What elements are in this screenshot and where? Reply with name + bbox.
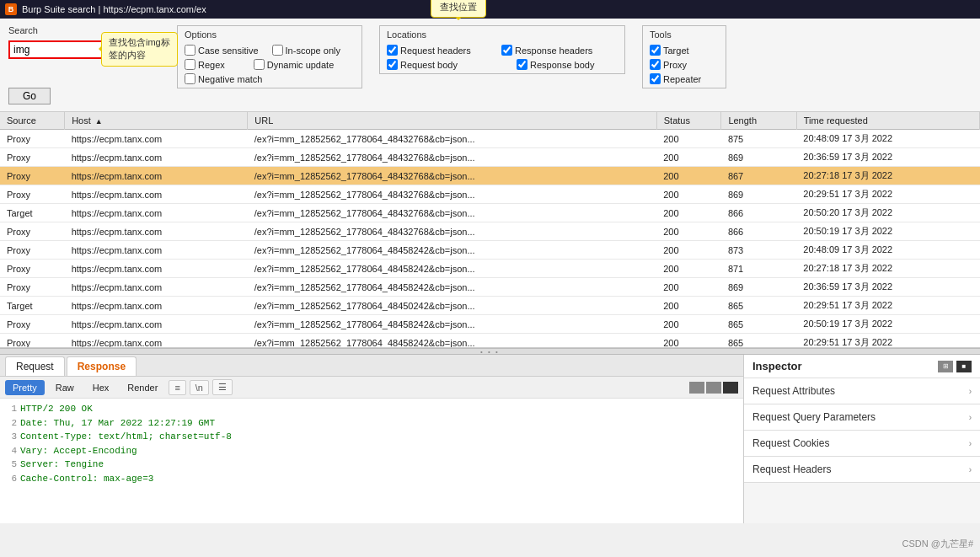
table-row[interactable]: Proxy https://ecpm.tanx.com /ex?i=mm_128…	[0, 260, 980, 278]
cell-url: /ex?i=mm_12852562_1778064_48450242&cb=js…	[248, 297, 656, 315]
option-inscope-checkbox[interactable]	[272, 45, 283, 56]
response-line: 2Date: Thu, 17 Mar 2022 12:27:19 GMT	[5, 416, 738, 431]
cell-status: 200	[656, 204, 721, 222]
option-regex-checkbox[interactable]	[185, 59, 195, 70]
cell-url: /ex?i=mm_12852562_1778064_48432768&cb=js…	[248, 204, 656, 222]
option-case-sensitive-checkbox[interactable]	[185, 45, 195, 56]
option-dynamic-update[interactable]: Dynamic update	[254, 59, 335, 70]
inspector-section-item[interactable]: Request Query Parameters›	[744, 404, 980, 431]
location-res-body-checkbox[interactable]	[517, 59, 527, 70]
inspector-section-item[interactable]: Request Attributes›	[744, 378, 980, 404]
go-button[interactable]: Go	[8, 88, 51, 104]
table-row[interactable]: Proxy https://ecpm.tanx.com /ex?i=mm_128…	[0, 185, 980, 204]
option-negative-match[interactable]: Negative match	[185, 73, 262, 84]
view-horizontal-btn[interactable]	[706, 382, 721, 394]
line-text: HTTP/2 200 OK	[20, 404, 93, 414]
cell-length: 867	[721, 167, 796, 185]
response-line: 4Vary: Accept-Encoding	[5, 444, 738, 458]
inspector-split-btn[interactable]: ⊞	[938, 361, 953, 372]
cell-status: 200	[656, 130, 721, 148]
divider-handle[interactable]: • • •	[0, 348, 980, 355]
line-text: Vary: Accept-Encoding	[20, 446, 137, 456]
table-row[interactable]: Proxy https://ecpm.tanx.com /ex?i=mm_128…	[0, 130, 980, 148]
location-response-headers[interactable]: Response headers	[501, 45, 602, 56]
table-row[interactable]: Proxy https://ecpm.tanx.com /ex?i=mm_128…	[0, 315, 980, 334]
table-row[interactable]: Proxy https://ecpm.tanx.com /ex?i=mm_128…	[0, 278, 980, 297]
location-request-headers[interactable]: Request headers	[387, 45, 488, 56]
tool-target-checkbox[interactable]	[650, 45, 661, 56]
format-icon-lines[interactable]: ≡	[169, 380, 185, 395]
col-header-time[interactable]: Time requested	[796, 112, 979, 130]
cell-time: 20:27:18 17 3月 2022	[796, 260, 979, 278]
cell-length: 869	[721, 148, 796, 167]
table-row[interactable]: Proxy https://ecpm.tanx.com /ex?i=mm_128…	[0, 148, 980, 167]
location-req-body-checkbox[interactable]	[387, 59, 398, 70]
inspector-section-label: Request Headers	[752, 463, 831, 475]
tab-request[interactable]: Request	[5, 356, 65, 376]
cell-time: 20:48:09 17 3月 2022	[796, 241, 979, 260]
cell-length: 875	[721, 130, 796, 148]
cell-source: Proxy	[0, 148, 65, 167]
location-response-body[interactable]: Response body	[517, 59, 618, 70]
format-pretty[interactable]: Pretty	[5, 380, 45, 395]
search-annotation: 查找包含img标签的内容	[101, 32, 178, 67]
line-text: Cache-Control: max-age=3	[20, 474, 153, 484]
format-hex[interactable]: Hex	[85, 380, 117, 395]
cell-source: Proxy	[0, 260, 65, 278]
cell-url: /ex?i=mm_12852562_1778064_48458242&cb=js…	[248, 241, 656, 260]
line-number: 5	[5, 458, 17, 472]
cell-time: 20:36:59 17 3月 2022	[796, 278, 979, 297]
cell-host: https://ecpm.tanx.com	[65, 334, 248, 349]
tool-proxy-checkbox[interactable]	[650, 59, 661, 70]
table-row[interactable]: Proxy https://ecpm.tanx.com /ex?i=mm_128…	[0, 167, 980, 185]
cell-time: 20:27:18 17 3月 2022	[796, 167, 979, 185]
location-res-headers-checkbox[interactable]	[501, 45, 512, 56]
col-header-url[interactable]: URL	[248, 112, 656, 130]
format-icon-menu[interactable]: ☰	[212, 379, 233, 395]
format-raw[interactable]: Raw	[48, 380, 82, 395]
view-single-btn[interactable]	[723, 382, 738, 394]
table-row[interactable]: Target https://ecpm.tanx.com /ex?i=mm_12…	[0, 204, 980, 222]
cell-url: /ex?i=mm_12852562_1778064_48458242&cb=js…	[248, 278, 656, 297]
option-inscope-only[interactable]: In-scope only	[272, 45, 340, 56]
inspector-section-item[interactable]: Request Cookies›	[744, 431, 980, 457]
format-icon-slash-n[interactable]: \n	[190, 380, 209, 395]
col-header-length[interactable]: Length	[721, 112, 796, 130]
col-header-host[interactable]: Host ▲	[65, 112, 248, 130]
col-header-source[interactable]: Source	[0, 112, 65, 130]
bottom-panel: Request Response Pretty Raw Hex Render ≡…	[0, 355, 980, 523]
tab-response[interactable]: Response	[67, 356, 137, 376]
table-row[interactable]: Target https://ecpm.tanx.com /ex?i=mm_12…	[0, 297, 980, 315]
cell-status: 200	[656, 167, 721, 185]
window-title: Burp Suite search | https://ecpm.tanx.co…	[22, 4, 206, 14]
view-split-btn[interactable]	[689, 382, 704, 394]
format-render[interactable]: Render	[120, 380, 165, 395]
inspector-section-item[interactable]: Request Headers›	[744, 457, 980, 483]
cell-status: 200	[656, 241, 721, 260]
col-header-status[interactable]: Status	[656, 112, 721, 130]
location-req-headers-checkbox[interactable]	[387, 45, 398, 56]
req-res-panel: Request Response Pretty Raw Hex Render ≡…	[0, 355, 744, 523]
cell-length: 869	[721, 278, 796, 297]
tool-proxy: Proxy	[650, 59, 719, 70]
option-dynamic-checkbox[interactable]	[254, 59, 265, 70]
cell-status: 200	[656, 222, 721, 241]
results-container[interactable]: Source Host ▲ URL Status Length Time req…	[0, 112, 980, 348]
option-case-sensitive[interactable]: Case sensitive	[185, 45, 259, 56]
cell-source: Proxy	[0, 185, 65, 204]
cell-source: Proxy	[0, 241, 65, 260]
inspector-section-label: Request Cookies	[752, 437, 829, 449]
tool-repeater-checkbox[interactable]	[650, 73, 661, 84]
option-negative-checkbox[interactable]	[185, 73, 195, 84]
cell-time: 20:48:09 17 3月 2022	[796, 130, 979, 148]
cell-length: 865	[721, 297, 796, 315]
table-row[interactable]: Proxy https://ecpm.tanx.com /ex?i=mm_128…	[0, 241, 980, 260]
location-request-body[interactable]: Request body	[387, 59, 488, 70]
table-row[interactable]: Proxy https://ecpm.tanx.com /ex?i=mm_128…	[0, 334, 980, 349]
inspector-full-btn[interactable]: ■	[956, 361, 972, 372]
inspector-title: Inspector	[752, 360, 802, 372]
search-input[interactable]	[8, 40, 110, 59]
table-row[interactable]: Proxy https://ecpm.tanx.com /ex?i=mm_128…	[0, 222, 980, 241]
option-regex[interactable]: Regex	[185, 59, 225, 70]
title-bar: B Burp Suite search | https://ecpm.tanx.…	[0, 0, 980, 19]
